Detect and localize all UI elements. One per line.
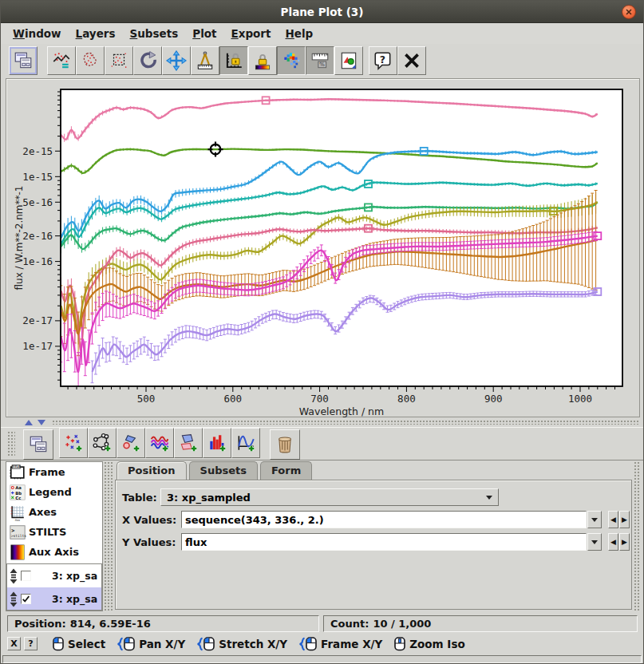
svg-text:Bb: Bb	[15, 490, 22, 495]
svg-text:800: 800	[397, 393, 416, 405]
nav-close-button[interactable]: X	[7, 637, 21, 650]
menu-layers[interactable]: Layers	[69, 25, 123, 42]
splitter-bar[interactable]	[52, 420, 638, 425]
menu-subsets[interactable]: Subsets	[123, 25, 186, 42]
y-values-next-button[interactable]: ▶	[619, 533, 630, 551]
plot-window-button[interactable]	[23, 429, 53, 460]
y-values-input[interactable]: flux	[181, 533, 587, 551]
aux-visible-button[interactable]	[277, 46, 306, 75]
menu-export[interactable]: Export	[223, 25, 278, 42]
add-mark-layer-button[interactable]	[117, 428, 145, 458]
chevron-down-icon	[591, 540, 598, 544]
svg-text:>stilts: >stilts	[11, 534, 26, 538]
y-values-dropdown-button[interactable]	[587, 533, 602, 551]
panel-splitter[interactable]	[104, 461, 113, 611]
layer-row-1[interactable]: 3: xp_sa	[7, 564, 101, 587]
right-splitter[interactable]	[634, 461, 641, 611]
sketch-icon: %	[310, 50, 330, 71]
nav-gesture-label: Stretch X/Y	[219, 638, 287, 650]
menu-help[interactable]: Help	[278, 25, 320, 42]
pan4-icon	[166, 50, 187, 71]
rescale-button[interactable]	[47, 46, 76, 75]
table-select[interactable]: 3: xp_sampled	[160, 488, 499, 506]
axislock-icon	[223, 50, 244, 71]
control-item-frame[interactable]: TITLEFrame	[6, 462, 102, 482]
svg-text:>: >	[11, 527, 14, 533]
add-function-layer-button[interactable]	[231, 428, 260, 458]
table-label: Table:	[122, 492, 157, 504]
titlebar-close-button[interactable]	[622, 5, 636, 19]
point-subset-button[interactable]	[105, 46, 133, 75]
help-icon: ?	[373, 50, 393, 71]
lock-aux-range-button[interactable]	[248, 46, 277, 75]
titlebar[interactable]: Plane Plot (3)	[1, 1, 643, 23]
tab-form[interactable]: Form	[260, 461, 312, 480]
nav-gesture-label: Select	[68, 638, 105, 650]
layer-checkbox[interactable]	[21, 571, 31, 581]
add-spectrogram-layer-button[interactable]	[145, 428, 174, 458]
layer-toolbar	[1, 427, 643, 460]
control-item-legend[interactable]: AaBbCcLegend	[6, 482, 102, 502]
navigation-pan-button[interactable]	[162, 46, 191, 75]
exportimg-icon	[338, 50, 359, 71]
linkplus-icon	[92, 433, 113, 453]
plot-splitter[interactable]	[6, 418, 640, 426]
control-item-label: Legend	[29, 486, 72, 498]
tab-position[interactable]: Position	[117, 461, 187, 480]
x-values-next-button[interactable]: ▶	[619, 511, 630, 528]
control-item-stilts[interactable]: >>stiltsSTILTS	[6, 522, 102, 542]
svg-text:Aa: Aa	[15, 485, 22, 490]
add-link-layer-button[interactable]	[88, 428, 117, 458]
layer-row-2[interactable]: 3: xp_sa	[7, 587, 101, 611]
add-area-layer-button[interactable]	[174, 428, 203, 458]
measure-distance-button[interactable]	[191, 46, 219, 75]
close-window-button[interactable]	[397, 46, 426, 75]
x-axis: 5006007008009001000Wavelength / nm	[68, 386, 614, 417]
splitter-down-icon[interactable]	[38, 420, 45, 425]
main-toolbar: % ?	[1, 44, 643, 78]
help-button[interactable]: ?	[369, 46, 397, 75]
reorder-updown-icon[interactable]	[9, 591, 18, 607]
x-values-prev-button[interactable]: ◀	[608, 511, 618, 528]
add-histogram-layer-button[interactable]	[203, 428, 231, 458]
frame-icon: TITLE	[6, 464, 29, 481]
nav-gesture-stretch-x-y: Stretch X/Y	[197, 637, 287, 651]
aux-icon	[9, 543, 26, 561]
close-icon	[625, 8, 633, 16]
position-tab-content: Table: 3: xp_sampled X Values: sequence(…	[115, 480, 632, 610]
lock-axes-button[interactable]	[219, 46, 248, 75]
nav-help-button[interactable]: ?	[24, 637, 38, 650]
replot-button[interactable]	[133, 46, 162, 75]
navigation-help-bar: X ? SelectPan X/YStretch X/YFrame X/YZoo…	[1, 634, 643, 654]
x-values-input[interactable]: sequence(343, 336., 2.)	[181, 511, 587, 528]
stilts-icon: >>stilts	[9, 524, 26, 541]
tab-subsets[interactable]: Subsets	[189, 461, 258, 480]
mouse-icon	[299, 637, 317, 651]
mouse-icon	[117, 637, 135, 651]
x-values-dropdown-button[interactable]	[587, 511, 602, 528]
nav-gesture-label: Zoom Iso	[409, 638, 464, 650]
toolbar-drag-handle[interactable]	[7, 431, 15, 457]
control-item-aux-axis[interactable]: Aux Axis	[6, 542, 102, 562]
splitter-up-icon[interactable]	[25, 420, 33, 425]
check-icon	[22, 595, 30, 603]
sketch-frames-button[interactable]: %	[306, 46, 334, 75]
svg-text:500: 500	[137, 393, 156, 405]
control-item-axes[interactable]: ñxxAxes	[6, 502, 102, 522]
svg-text:1e-15: 1e-15	[22, 171, 53, 183]
heatmap-icon	[281, 50, 302, 71]
export-plot-button[interactable]	[334, 46, 363, 75]
blob-subset-button[interactable]	[76, 46, 105, 75]
window-controls-button[interactable]	[9, 46, 38, 75]
menu-plot[interactable]: Plot	[185, 25, 223, 42]
delete-layer-button[interactable]	[270, 429, 300, 460]
nav-gesture-label: Frame X/Y	[321, 638, 382, 650]
y-values-prev-button[interactable]: ◀	[608, 533, 618, 551]
reorder-updown-icon[interactable]	[9, 568, 18, 584]
plot-canvas[interactable]: 5006007008009001000Wavelength / nm1e-172…	[6, 79, 641, 418]
layer-checkbox[interactable]	[21, 594, 31, 604]
add-scatter-layer-button[interactable]	[59, 428, 88, 458]
stilts-icon: >>stilts	[6, 524, 29, 541]
markplus-icon	[121, 433, 141, 453]
menu-window[interactable]: Window	[6, 25, 69, 42]
